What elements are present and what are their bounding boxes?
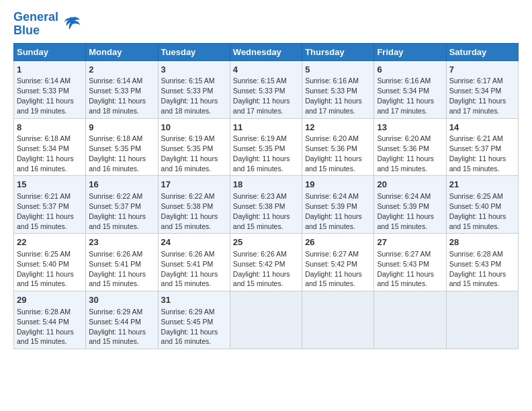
day-number: 12 — [305, 122, 371, 134]
week-row-5: 29 Sunrise: 6:28 AMSunset: 5:44 PMDaylig… — [14, 291, 519, 349]
day-info: Sunrise: 6:25 AMSunset: 5:40 PMDaylight:… — [17, 250, 74, 288]
day-number: 29 — [17, 294, 83, 306]
calendar-cell: 19 Sunrise: 6:24 AMSunset: 5:39 PMDaylig… — [302, 176, 374, 234]
day-number: 6 — [377, 64, 443, 76]
calendar-cell: 16 Sunrise: 6:22 AMSunset: 5:37 PMDaylig… — [86, 176, 158, 234]
calendar-cell: 13 Sunrise: 6:20 AMSunset: 5:36 PMDaylig… — [374, 118, 446, 176]
day-number: 10 — [161, 122, 227, 134]
day-info: Sunrise: 6:27 AMSunset: 5:43 PMDaylight:… — [377, 250, 434, 288]
day-info: Sunrise: 6:17 AMSunset: 5:34 PMDaylight:… — [449, 77, 506, 115]
calendar-cell: 21 Sunrise: 6:25 AMSunset: 5:40 PMDaylig… — [446, 176, 518, 234]
calendar-cell: 1 Sunrise: 6:14 AMSunset: 5:33 PMDayligh… — [14, 60, 86, 118]
day-number: 21 — [449, 179, 515, 191]
day-info: Sunrise: 6:22 AMSunset: 5:37 PMDaylight:… — [89, 192, 146, 230]
calendar-cell: 27 Sunrise: 6:27 AMSunset: 5:43 PMDaylig… — [374, 234, 446, 291]
calendar-cell: 26 Sunrise: 6:27 AMSunset: 5:42 PMDaylig… — [302, 234, 374, 291]
calendar-cell: 17 Sunrise: 6:22 AMSunset: 5:38 PMDaylig… — [158, 176, 230, 234]
header-wednesday: Wednesday — [230, 43, 302, 60]
day-number: 31 — [161, 294, 227, 306]
header-friday: Friday — [374, 43, 446, 60]
logo-bird-icon — [60, 13, 81, 35]
day-number: 30 — [89, 294, 154, 306]
calendar-cell — [302, 291, 374, 349]
day-info: Sunrise: 6:18 AMSunset: 5:34 PMDaylight:… — [17, 134, 74, 173]
calendar-cell: 14 Sunrise: 6:21 AMSunset: 5:37 PMDaylig… — [446, 118, 518, 176]
logo-line1: General — [13, 11, 58, 24]
week-row-4: 22 Sunrise: 6:25 AMSunset: 5:40 PMDaylig… — [14, 234, 519, 291]
calendar-cell — [446, 291, 518, 349]
day-info: Sunrise: 6:16 AMSunset: 5:34 PMDaylight:… — [377, 77, 434, 115]
calendar-cell: 18 Sunrise: 6:23 AMSunset: 5:38 PMDaylig… — [230, 176, 302, 234]
day-info: Sunrise: 6:14 AMSunset: 5:33 PMDaylight:… — [17, 77, 74, 115]
header-tuesday: Tuesday — [158, 43, 230, 60]
day-number: 4 — [233, 64, 299, 76]
day-info: Sunrise: 6:21 AMSunset: 5:37 PMDaylight:… — [449, 134, 506, 173]
day-number: 19 — [305, 179, 371, 191]
day-info: Sunrise: 6:26 AMSunset: 5:41 PMDaylight:… — [161, 250, 218, 288]
day-number: 9 — [89, 122, 154, 134]
day-info: Sunrise: 6:15 AMSunset: 5:33 PMDaylight:… — [161, 77, 218, 115]
calendar-cell: 20 Sunrise: 6:24 AMSunset: 5:39 PMDaylig… — [374, 176, 446, 234]
day-info: Sunrise: 6:20 AMSunset: 5:36 PMDaylight:… — [305, 134, 362, 173]
calendar-cell — [230, 291, 302, 349]
day-info: Sunrise: 6:18 AMSunset: 5:35 PMDaylight:… — [89, 134, 146, 173]
header-saturday: Saturday — [446, 43, 518, 60]
day-number: 5 — [305, 64, 371, 76]
day-number: 1 — [17, 64, 83, 76]
calendar-cell: 22 Sunrise: 6:25 AMSunset: 5:40 PMDaylig… — [14, 234, 86, 291]
calendar-cell: 10 Sunrise: 6:19 AMSunset: 5:35 PMDaylig… — [158, 118, 230, 176]
calendar-cell: 31 Sunrise: 6:29 AMSunset: 5:45 PMDaylig… — [158, 291, 230, 349]
day-info: Sunrise: 6:28 AMSunset: 5:43 PMDaylight:… — [449, 250, 506, 288]
calendar-cell: 25 Sunrise: 6:26 AMSunset: 5:42 PMDaylig… — [230, 234, 302, 291]
day-info: Sunrise: 6:29 AMSunset: 5:44 PMDaylight:… — [89, 308, 146, 346]
day-number: 16 — [89, 179, 154, 191]
page-header: General Blue — [13, 11, 519, 38]
day-info: Sunrise: 6:16 AMSunset: 5:33 PMDaylight:… — [305, 77, 362, 115]
day-info: Sunrise: 6:14 AMSunset: 5:33 PMDaylight:… — [89, 77, 146, 115]
header-thursday: Thursday — [302, 43, 374, 60]
day-number: 3 — [161, 64, 227, 76]
day-info: Sunrise: 6:26 AMSunset: 5:42 PMDaylight:… — [233, 250, 290, 288]
calendar-cell: 11 Sunrise: 6:19 AMSunset: 5:35 PMDaylig… — [230, 118, 302, 176]
calendar-table: SundayMondayTuesdayWednesdayThursdayFrid… — [13, 43, 519, 350]
day-number: 7 — [449, 64, 515, 76]
header-monday: Monday — [86, 43, 158, 60]
header-sunday: Sunday — [14, 43, 86, 60]
day-number: 18 — [233, 179, 299, 191]
calendar-cell: 8 Sunrise: 6:18 AMSunset: 5:34 PMDayligh… — [14, 118, 86, 176]
day-number: 25 — [233, 236, 299, 248]
calendar-cell: 9 Sunrise: 6:18 AMSunset: 5:35 PMDayligh… — [86, 118, 158, 176]
calendar-cell: 30 Sunrise: 6:29 AMSunset: 5:44 PMDaylig… — [86, 291, 158, 349]
day-info: Sunrise: 6:23 AMSunset: 5:38 PMDaylight:… — [233, 192, 290, 230]
logo: General Blue — [13, 11, 81, 38]
day-number: 14 — [449, 122, 515, 134]
week-row-1: 1 Sunrise: 6:14 AMSunset: 5:33 PMDayligh… — [14, 60, 519, 118]
day-number: 24 — [161, 236, 227, 248]
calendar-cell: 6 Sunrise: 6:16 AMSunset: 5:34 PMDayligh… — [374, 60, 446, 118]
calendar-cell: 5 Sunrise: 6:16 AMSunset: 5:33 PMDayligh… — [302, 60, 374, 118]
calendar-cell: 2 Sunrise: 6:14 AMSunset: 5:33 PMDayligh… — [86, 60, 158, 118]
day-number: 27 — [377, 236, 443, 248]
calendar-cell: 12 Sunrise: 6:20 AMSunset: 5:36 PMDaylig… — [302, 118, 374, 176]
calendar-cell: 29 Sunrise: 6:28 AMSunset: 5:44 PMDaylig… — [14, 291, 86, 349]
day-info: Sunrise: 6:21 AMSunset: 5:37 PMDaylight:… — [17, 192, 74, 230]
day-number: 15 — [17, 179, 83, 191]
day-info: Sunrise: 6:19 AMSunset: 5:35 PMDaylight:… — [161, 134, 218, 173]
day-info: Sunrise: 6:26 AMSunset: 5:41 PMDaylight:… — [89, 250, 146, 288]
day-number: 20 — [377, 179, 443, 191]
logo-line2: Blue — [13, 24, 58, 38]
calendar-cell: 24 Sunrise: 6:26 AMSunset: 5:41 PMDaylig… — [158, 234, 230, 291]
calendar-page: General Blue SundayMondayTuesdayWednesda… — [0, 0, 532, 356]
header-row: SundayMondayTuesdayWednesdayThursdayFrid… — [14, 43, 519, 60]
calendar-cell: 7 Sunrise: 6:17 AMSunset: 5:34 PMDayligh… — [446, 60, 518, 118]
day-info: Sunrise: 6:24 AMSunset: 5:39 PMDaylight:… — [377, 192, 434, 230]
calendar-cell: 28 Sunrise: 6:28 AMSunset: 5:43 PMDaylig… — [446, 234, 518, 291]
week-row-2: 8 Sunrise: 6:18 AMSunset: 5:34 PMDayligh… — [14, 118, 519, 176]
day-info: Sunrise: 6:28 AMSunset: 5:44 PMDaylight:… — [17, 308, 74, 346]
week-row-3: 15 Sunrise: 6:21 AMSunset: 5:37 PMDaylig… — [14, 176, 519, 234]
day-number: 8 — [17, 122, 83, 134]
calendar-cell: 23 Sunrise: 6:26 AMSunset: 5:41 PMDaylig… — [86, 234, 158, 291]
day-info: Sunrise: 6:20 AMSunset: 5:36 PMDaylight:… — [377, 134, 434, 173]
calendar-cell: 3 Sunrise: 6:15 AMSunset: 5:33 PMDayligh… — [158, 60, 230, 118]
day-number: 11 — [233, 122, 299, 134]
